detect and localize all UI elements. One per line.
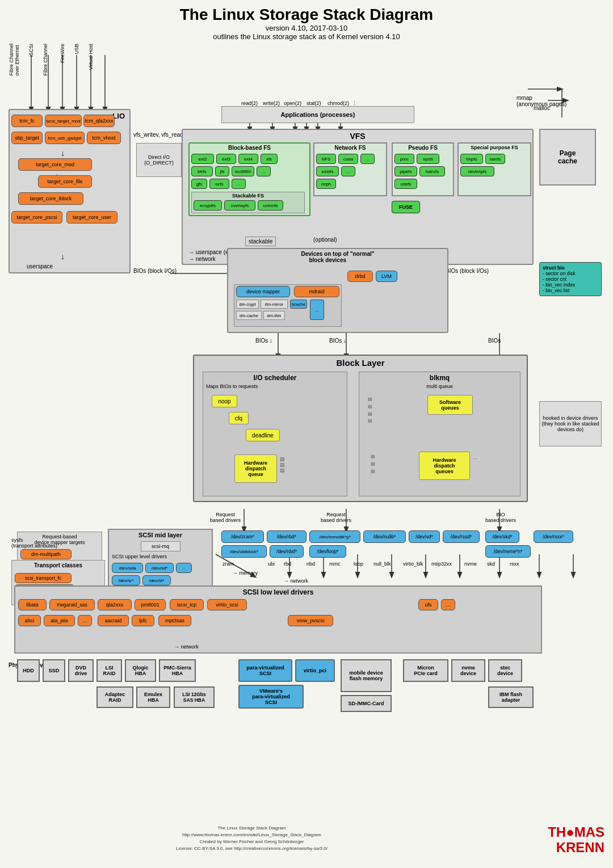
- megaraid-sas-box: megaraid_sas: [49, 599, 95, 610]
- dev-vd-box: /dev/vd*: [409, 530, 440, 543]
- logo-line1: TH●MAS: [548, 824, 604, 840]
- transport-classes-label: Transport classes: [12, 561, 104, 570]
- mq-dots: ⋯: [473, 456, 477, 461]
- aacraid-box: aacraid: [98, 615, 129, 626]
- mpt3sas-box: mpt3sas: [158, 615, 191, 626]
- hw-dispatch-queues-box: Hardwaredispatchqueues: [419, 452, 470, 480]
- sd-mmc-box: SD-/MMC-Card: [341, 695, 392, 712]
- dev-nulib-box: /dev/nulib*: [363, 530, 406, 543]
- mq-lines: ▤▤▤▤: [368, 396, 372, 425]
- jfs-box: jfs: [215, 166, 229, 176]
- scsi-low-title: SCSI low level drivers: [243, 588, 314, 596]
- fuse-box: FUSE: [392, 201, 420, 213]
- hdd-box: HDD: [17, 659, 40, 682]
- arrow-down1: ↓: [61, 149, 65, 158]
- dots4-box: …: [341, 166, 355, 176]
- device-mapper-area: device mapper mdraid dm-crypt dm-mirror …: [234, 284, 342, 327]
- io-scheduler-box: I/O scheduler Maps BIOs to requests noop…: [203, 372, 347, 496]
- malloc-label: malloc: [534, 105, 550, 111]
- ssd-box: SSD: [43, 659, 65, 682]
- syscall-open: open(2): [284, 100, 301, 106]
- bios-above-left: BIOs ↓: [255, 338, 272, 344]
- queue-symbol: ▤▤▤: [280, 456, 285, 473]
- tmpfs-box: tmpfs: [460, 154, 483, 164]
- cfq-box: cfq: [229, 412, 249, 424]
- page-cache-box: Pagecache: [539, 129, 596, 186]
- dev-st-box: /dev/st*: [142, 575, 171, 585]
- lio-box: LIO tcm_fc iscsi_target_mod tcm_qla2xxx …: [9, 109, 131, 273]
- iscsi-target-mod-box: iscsi_target_mod: [45, 115, 82, 127]
- sbp-target-box: sbp_target: [11, 132, 43, 144]
- userspace-label: userspace: [27, 263, 53, 269]
- logo-line2: KRENN: [556, 840, 604, 855]
- devtmpfs-box: devtmpfs: [460, 166, 494, 176]
- vfs-title: VFS: [350, 132, 365, 141]
- mdraid-box: mdraid: [294, 286, 339, 297]
- dots-dm: …: [310, 300, 324, 320]
- qlogic-hba-box: QlogicHBA: [125, 659, 156, 682]
- stackable-label2: stackable: [245, 237, 276, 246]
- dev-ubiblock-box: /dev/ubiblock*: [221, 545, 267, 558]
- optional-label: (optional): [313, 237, 337, 243]
- stec-device-box: stecdevice: [488, 659, 522, 682]
- dev-loop-box: /dev/loop*: [309, 545, 346, 558]
- micron-pcie-box: MicronPCIe card: [403, 659, 448, 682]
- req-based-left: Requestbased drivers: [210, 512, 241, 523]
- network-arrow-label: → network: [174, 644, 199, 650]
- ceph-box: ceph: [316, 179, 336, 189]
- label-fibre-channel: Fibre Channel: [43, 44, 48, 76]
- nbd-label: nbd: [306, 561, 315, 567]
- dev-nvme-box: /dev/nvme*n*: [485, 545, 531, 558]
- vfs-big-box: VFS Block-based FS ext2 ext3 ext4 xfs bt…: [182, 129, 534, 265]
- pm8001-box: pm8001: [135, 599, 166, 610]
- gfs-box: gfs: [191, 179, 207, 189]
- dvd-box: DVDdrive: [68, 659, 94, 682]
- qla2xxx-box: qla2xxx: [98, 599, 132, 610]
- futexfs-box: futexfs: [419, 166, 445, 176]
- syscall-stat: stat(2): [306, 100, 321, 106]
- applications-box: Applications (processes): [221, 106, 414, 123]
- stackable-fs-box: Stackable FS ecryptfs overlayfs unionfs: [191, 192, 305, 213]
- syscall-read: read(2): [241, 100, 258, 106]
- label-fibre-channel-ethernet: Fibre Channelover Ethernet: [9, 44, 20, 76]
- struct-bio-box: struct bio - sector on disk - sector cnt…: [539, 262, 602, 296]
- devices-top-box: Devices on top of "normal" block devices…: [227, 248, 448, 333]
- dm-multipath-box: dm-multipath: [20, 549, 72, 559]
- dev-sr-box: /dev/sr*: [112, 575, 140, 585]
- target-core-pscsi-box: target_core_pscsi: [11, 211, 62, 224]
- syscall-chmod: chmod(2): [328, 100, 349, 106]
- nfs-box: NFS: [316, 154, 336, 164]
- overlayfs-box: overlayfs: [224, 200, 255, 210]
- tcm-vhost-box: tcm_vhost: [87, 132, 121, 144]
- bios-label-right: BIOs (block I/Os): [446, 268, 489, 274]
- smbfs-box: smbfs: [316, 166, 339, 176]
- tcm-fc-box: tcm_fc: [11, 115, 43, 127]
- ibm-flash-box: IBM flashadapter: [488, 686, 534, 708]
- pmc-sierra-box: PMC-SierraHBA: [159, 659, 196, 682]
- version-line1: version 4.10, 2017-03-10: [6, 24, 607, 32]
- pseudo-fs-box: Pseudo FS proc sysfs pipefs futexfs usbf…: [392, 142, 454, 196]
- mtip32xx-label: mtip32xx: [431, 561, 452, 567]
- label-firewire: FireWire: [60, 44, 65, 63]
- nvme-device-box: nvmedevice: [451, 659, 485, 682]
- sysfs-label: sysfs(transport attributes): [11, 537, 57, 549]
- dots3-box: …: [360, 154, 375, 164]
- nvme-label: nvme: [464, 561, 477, 567]
- network-fs-label: Network FS: [334, 145, 366, 151]
- scsi-mid-box: SCSI mid layer scsi-mq SCSI upper level …: [108, 529, 213, 594]
- virtio-scsi-box: virtio_scsi: [207, 599, 247, 610]
- software-queues-box: Softwarequeues: [427, 395, 473, 415]
- req-based-right: Requestbased drivers: [321, 512, 351, 523]
- dev-sd-dots: …: [176, 563, 192, 573]
- ahci-box: ahci: [18, 615, 41, 626]
- label-usb: USB: [74, 44, 79, 54]
- ecryptfs-box: ecryptfs: [194, 200, 222, 210]
- target-core-iblock-box: target_core_iblock: [18, 192, 83, 205]
- lsi-raid-box: LSIRAID: [96, 659, 122, 682]
- tcm-usb-gadget-box: tcm_usb_gadget: [45, 132, 85, 144]
- network-fs-box: Network FS NFS coda … smbfs … ceph: [313, 142, 387, 196]
- arrow-down3: ↓: [61, 252, 65, 261]
- adaptec-raid-box: AdaptecRAID: [96, 686, 133, 708]
- ubi-label: ubi: [268, 561, 275, 567]
- ocfs-box: ocfs: [209, 179, 229, 189]
